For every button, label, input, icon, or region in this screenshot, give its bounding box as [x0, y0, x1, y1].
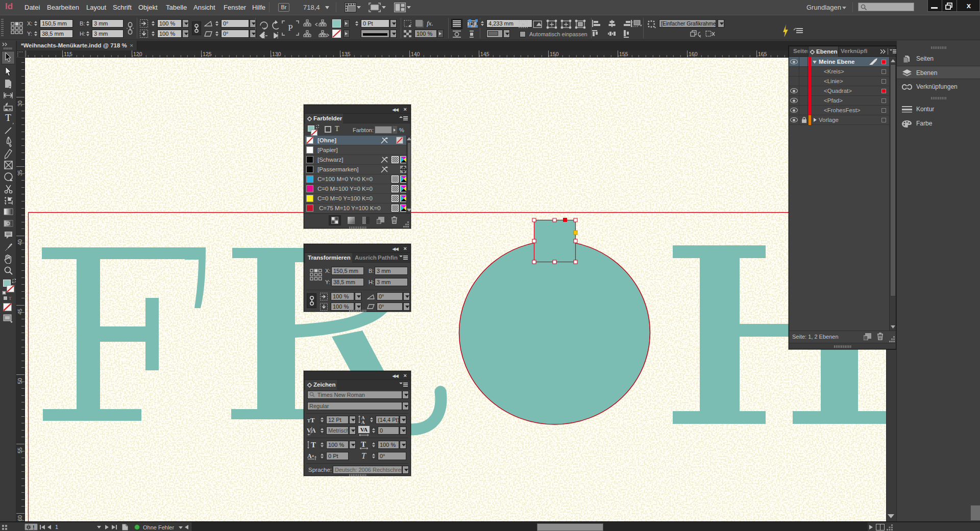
svg-text:A: A	[307, 452, 312, 460]
svg-text:T: T	[311, 441, 316, 449]
svg-text:A: A	[361, 420, 365, 425]
svg-text:!: !	[33, 524, 35, 530]
svg-text:V: V	[307, 427, 311, 434]
svg-text:T: T	[361, 440, 366, 448]
svg-text:a: a	[312, 453, 314, 458]
svg-text:A: A	[311, 427, 316, 434]
